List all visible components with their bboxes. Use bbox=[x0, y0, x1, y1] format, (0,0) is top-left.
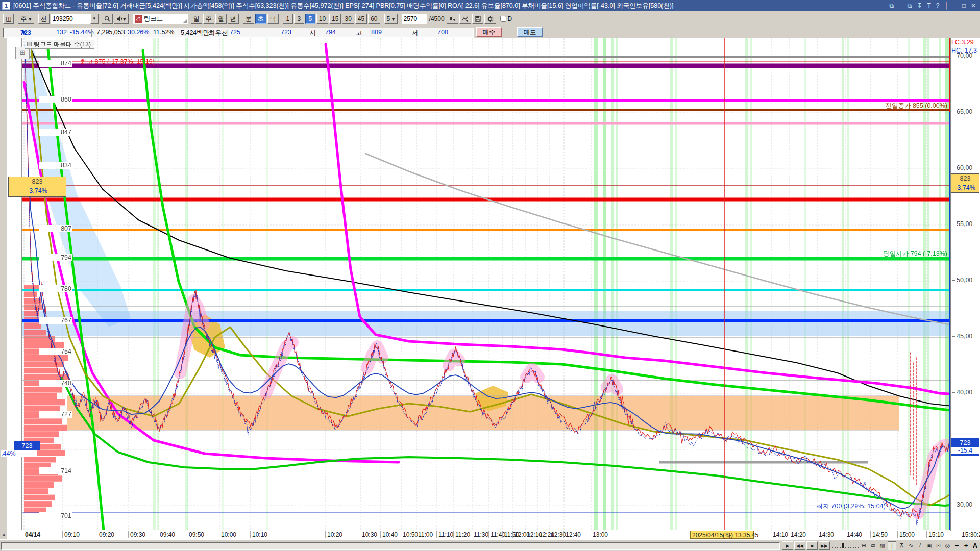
zigzag-tool-icon[interactable]: ∿ bbox=[907, 541, 915, 549]
candle-style-button[interactable] bbox=[447, 14, 458, 24]
right-yellow-badge: 823-3,74% bbox=[951, 173, 979, 193]
zoom-slider-thumb[interactable] bbox=[842, 543, 844, 548]
chart-gallery-icon[interactable]: ▣ bbox=[925, 541, 933, 549]
interval-button-5[interactable]: 5 bbox=[305, 14, 315, 24]
cascade-windows-icon[interactable]: ⧉ bbox=[869, 541, 877, 549]
left-axis-label-874: 874 bbox=[39, 60, 72, 67]
interval-button-1[interactable]: 1 bbox=[283, 14, 293, 24]
time-label-14:40: 14:40 bbox=[845, 531, 862, 538]
right-blue-badge-price: 723 bbox=[960, 439, 971, 446]
time-label-10:40: 10:40 bbox=[380, 531, 398, 538]
low-label: 저 bbox=[412, 29, 419, 37]
stock-name-field[interactable]: 경 링크드 bbox=[133, 14, 188, 24]
right-axis-label: 55,00 bbox=[952, 220, 972, 228]
period-button-틱[interactable]: 틱 bbox=[267, 14, 279, 24]
time-label-10:30: 10:30 bbox=[360, 531, 377, 538]
minimize-icon[interactable]: – bbox=[953, 2, 957, 9]
left-axis-label-847: 847 bbox=[39, 129, 72, 136]
time-label-15:00: 15:00 bbox=[897, 531, 915, 538]
pin-icon[interactable]: ↧ bbox=[917, 2, 922, 9]
time-label-09:10: 09:10 bbox=[62, 531, 80, 538]
best-quote-label: 최우선 bbox=[209, 29, 228, 37]
right-blue-badge-pct: -15,4 bbox=[951, 447, 979, 454]
period-button-분[interactable]: 분 bbox=[243, 14, 254, 24]
save-button[interactable] bbox=[472, 14, 483, 24]
interval-button-15[interactable]: 15 bbox=[329, 14, 341, 24]
time-label-11:20: 11:20 bbox=[453, 531, 470, 538]
rewind-button[interactable]: ◀◀ bbox=[794, 541, 805, 550]
copy-window-icon[interactable]: ⧉ bbox=[908, 2, 912, 9]
asset-type-value: 주 bbox=[20, 15, 27, 23]
d-checkbox[interactable] bbox=[500, 16, 506, 22]
time-axis-scroll-left-button[interactable]: ◂ bbox=[0, 531, 7, 539]
maximize-icon[interactable]: □ bbox=[962, 2, 966, 9]
line-style-button[interactable] bbox=[459, 14, 471, 24]
horizontal-line-tool-icon[interactable]: ⊼ bbox=[898, 541, 905, 549]
settings-button[interactable] bbox=[484, 14, 496, 24]
zoom-icon[interactable]: ◎ bbox=[944, 541, 951, 549]
best-ask: 725 bbox=[230, 29, 240, 36]
bar-count-input[interactable] bbox=[402, 14, 427, 24]
interval-button-45[interactable]: 45 bbox=[355, 14, 367, 24]
price-chart-canvas[interactable] bbox=[21, 38, 951, 530]
low-price: 700 bbox=[437, 29, 448, 36]
time-label-09:40: 09:40 bbox=[158, 531, 175, 538]
stop-button[interactable]: ■ bbox=[806, 541, 818, 550]
period-button-일[interactable]: 일 bbox=[191, 14, 202, 24]
interval-button-60[interactable]: 60 bbox=[368, 14, 380, 24]
code-dropdown-arrow[interactable]: ▼ bbox=[90, 14, 99, 24]
zoom-in-icon[interactable]: + bbox=[962, 541, 970, 549]
left-yellow-badge-pct: -3,74% bbox=[9, 186, 66, 195]
fast-forward-button[interactable]: ▶▶ bbox=[819, 541, 830, 550]
crosshair-tool-icon[interactable]: ┼ bbox=[888, 541, 896, 550]
interval-button-30[interactable]: 30 bbox=[342, 14, 354, 24]
buy-button[interactable]: 매수 bbox=[476, 27, 502, 37]
indicator-label[interactable]: 링크드 매물대 수(13) bbox=[24, 40, 94, 49]
stock-code-input[interactable] bbox=[51, 14, 90, 24]
sell-button[interactable]: 매도 bbox=[517, 27, 543, 37]
help-icon[interactable]: ? bbox=[936, 2, 940, 9]
interval-button-3[interactable]: 3 bbox=[294, 14, 304, 24]
close-icon[interactable]: ✕ bbox=[971, 2, 976, 9]
right-yellow-badge-price: 823 bbox=[960, 175, 971, 182]
right-axis-label: 45,00 bbox=[952, 333, 972, 340]
period-button-월[interactable]: 월 bbox=[215, 14, 227, 24]
add-chart-icon[interactable]: ⊞ bbox=[860, 541, 868, 549]
search-icon bbox=[104, 16, 110, 22]
left-axis-label-834: 834 bbox=[39, 162, 72, 169]
asset-type-select[interactable]: 주 ▾ bbox=[18, 14, 34, 24]
always-on-top-icon[interactable]: T bbox=[927, 2, 930, 9]
font-size-icon[interactable]: A bbox=[971, 541, 979, 549]
custom-interval-select[interactable]: 5 ▾ bbox=[384, 14, 398, 24]
left-yellow-badge: 823-3,74% bbox=[8, 177, 66, 197]
divider-icon[interactable]: │ bbox=[945, 2, 949, 9]
minimize-pane-icon[interactable]: – bbox=[899, 2, 902, 9]
search-button[interactable] bbox=[102, 14, 113, 24]
left-axis-label-727: 727 bbox=[39, 411, 72, 418]
time-label-10:00: 10:00 bbox=[219, 531, 236, 538]
trendline-tool-icon[interactable]: / bbox=[916, 541, 924, 549]
period-button-주[interactable]: 주 bbox=[203, 14, 214, 24]
indicator-grid-icon[interactable]: ⊡ bbox=[935, 541, 942, 549]
period-button-년[interactable]: 년 bbox=[228, 14, 239, 24]
price-change: 132 bbox=[56, 29, 67, 36]
play-button[interactable]: ▶ bbox=[782, 541, 793, 550]
bar-count-total: /4500 bbox=[429, 15, 445, 22]
left-axis-label-740: 740 bbox=[39, 380, 72, 387]
time-label-04/14: 04/14 bbox=[23, 531, 40, 538]
pane-toggle-button[interactable]: ◫ bbox=[3, 14, 14, 24]
time-label-09:30: 09:30 bbox=[128, 531, 145, 538]
cascade-icon[interactable]: ⧉ bbox=[890, 2, 894, 9]
time-label-12:40: 12:40 bbox=[564, 531, 581, 538]
high-label: 고 bbox=[356, 29, 362, 37]
period-button-초[interactable]: 초 bbox=[255, 14, 266, 24]
interval-button-10[interactable]: 10 bbox=[316, 14, 328, 24]
horizontal-scrollbar[interactable] bbox=[1, 542, 780, 550]
sound-alert-button[interactable]: ▾ bbox=[114, 14, 129, 24]
open-price: 794 bbox=[325, 29, 336, 36]
right-axis-label: 40,00 bbox=[952, 389, 972, 396]
time-label-11:30: 11:30 bbox=[472, 531, 488, 538]
fill-pattern-icon[interactable]: ▨ bbox=[878, 541, 886, 549]
zoom-out-icon[interactable]: − bbox=[953, 541, 961, 549]
prev-stock-button[interactable]: 전 bbox=[38, 14, 50, 24]
